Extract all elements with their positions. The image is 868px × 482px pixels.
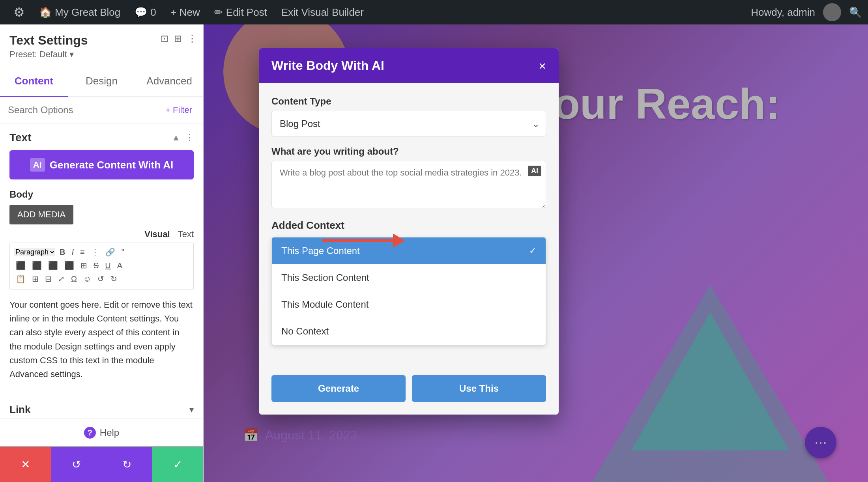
plus-icon: + [170, 6, 176, 19]
save-button[interactable]: ✓ [152, 447, 203, 482]
indent-button[interactable]: ⊞ [30, 273, 41, 285]
search-input[interactable] [8, 105, 158, 116]
help-label[interactable]: Help [100, 427, 119, 438]
comment-icon: 💬 [135, 6, 147, 19]
admin-bar: ⚙ 🏠 My Great Blog 💬 0 + New ✏ Edit Post … [0, 0, 868, 24]
tab-design[interactable]: Design [68, 66, 136, 97]
emoji-button[interactable]: ☺ [81, 273, 93, 285]
user-greeting: Howdy, admin [751, 6, 815, 19]
admin-bar-right: Howdy, admin 🔍 [751, 3, 862, 21]
search-bar: + Filter [0, 97, 203, 123]
align-left-button[interactable]: ⬛ [14, 260, 28, 271]
content-type-label: Content Type [271, 96, 546, 107]
site-name-item[interactable]: 🏠 My Great Blog [32, 0, 127, 24]
link-button[interactable]: 🔗 [103, 246, 117, 258]
align-right-button[interactable]: ⬛ [46, 260, 60, 271]
help-icon: ? [84, 427, 96, 439]
strikethrough-button[interactable]: S [92, 260, 101, 271]
modal-close-button[interactable]: × [539, 60, 546, 72]
tabs-bar: Content Design Advanced [0, 66, 203, 97]
added-context-group: Added Context This Page Content ✓ This S… [271, 219, 546, 345]
color-button[interactable]: A [115, 260, 124, 271]
edit-icon: ✏ [214, 6, 223, 19]
tab-content[interactable]: Content [0, 66, 68, 97]
blockquote-button[interactable]: " [120, 247, 126, 258]
generate-content-button[interactable]: AI Generate Content With AI [9, 150, 194, 179]
modal-title: Write Body With AI [271, 58, 384, 73]
comments-item[interactable]: 💬 0 [127, 0, 163, 24]
site-name-label: My Great Blog [55, 6, 120, 19]
modal-primary-button[interactable]: Generate [271, 375, 406, 402]
undo-editor-button[interactable]: ↺ [95, 273, 106, 285]
modal-secondary-button[interactable]: Use This [412, 375, 546, 402]
user-avatar[interactable] [823, 3, 841, 21]
editor-content[interactable]: Your content goes here. Edit or remove t… [9, 293, 194, 386]
undo-button[interactable]: ↺ [51, 447, 102, 482]
align-justify-button[interactable]: ⬛ [62, 260, 76, 271]
generate-label: Generate Content With AI [50, 159, 174, 171]
arrow-annotation [322, 234, 405, 248]
expand-button[interactable]: ⤢ [56, 273, 67, 285]
modal-header: Write Body With AI × [259, 48, 559, 83]
content-type-group: Content Type Blog Post [271, 96, 546, 136]
filter-button[interactable]: + Filter [162, 103, 195, 117]
table-button[interactable]: ⊞ [79, 260, 89, 271]
context-option-this-section-content[interactable]: This Section Content [272, 264, 546, 291]
columns-icon[interactable]: ⊞ [174, 33, 182, 44]
comments-count: 0 [150, 6, 156, 19]
redo-editor-button[interactable]: ↻ [108, 273, 119, 285]
body-section: Body ADD MEDIA Visual Text Paragraph B I [9, 189, 194, 386]
modal-footer: Generate Use This [259, 367, 559, 415]
omega-button[interactable]: Ω [69, 273, 79, 285]
check-icon: ✓ [529, 246, 536, 256]
cancel-button[interactable]: ✕ [0, 447, 51, 482]
context-option-this-module-content[interactable]: This Module Content [272, 291, 546, 318]
write-ai-modal: Write Body With AI × Content Type Blog P… [259, 48, 559, 415]
added-context-label: Added Context [271, 219, 546, 232]
wp-logo-icon: ⚙ [13, 5, 25, 20]
paste-button[interactable]: 📋 [14, 273, 28, 285]
writing-about-textarea[interactable] [271, 161, 546, 208]
paragraph-select[interactable]: Paragraph [14, 248, 55, 256]
writing-about-group: What are you writing about? AI [271, 146, 546, 210]
content-type-select-wrapper: Blog Post [271, 111, 546, 136]
link-section: Link ▾ [9, 394, 194, 418]
arrow-body [322, 239, 393, 242]
wp-logo-item[interactable]: ⚙ [6, 0, 32, 24]
italic-button[interactable]: I [69, 247, 76, 258]
chevron-up-icon[interactable]: ▲ [172, 133, 180, 143]
redo-button[interactable]: ↻ [102, 447, 153, 482]
content-type-select[interactable]: Blog Post [271, 111, 546, 136]
ul-button[interactable]: ≡ [78, 247, 87, 258]
edit-post-item[interactable]: ✏ Edit Post [207, 0, 274, 24]
context-option-no-context[interactable]: No Context [272, 318, 546, 345]
action-bar: ✕ ↺ ↻ ✓ [0, 447, 203, 482]
search-icon[interactable]: 🔍 [849, 6, 862, 19]
modal-overlay: Write Body With AI × Content Type Blog P… [204, 24, 868, 482]
exit-builder-item[interactable]: Exit Visual Builder [274, 0, 371, 24]
add-media-button[interactable]: ADD MEDIA [9, 205, 73, 224]
context-option-this-page-content[interactable]: This Page Content ✓ [272, 237, 546, 264]
tab-advanced[interactable]: Advanced [135, 66, 203, 97]
bold-button[interactable]: B [58, 247, 67, 258]
fullscreen-icon[interactable]: ⊡ [161, 33, 168, 44]
content-area: Maximizing Your Reach: al Media ies for … [204, 24, 868, 482]
exit-builder-label: Exit Visual Builder [281, 6, 364, 19]
link-chevron-icon: ▾ [189, 405, 194, 415]
ol-button[interactable]: ⋮ [89, 246, 101, 258]
toolbar-row-3: 📋 ⊞ ⊟ ⤢ Ω ☺ ↺ ↻ [14, 273, 189, 285]
body-label: Body [9, 189, 194, 200]
context-dropdown-list: This Page Content ✓ This Section Content… [271, 237, 546, 345]
dots-icon[interactable]: ⋮ [185, 133, 194, 143]
align-center-button[interactable]: ⬛ [30, 260, 44, 271]
ai-icon: AI [30, 158, 45, 172]
underline-button[interactable]: U [103, 260, 112, 271]
new-item[interactable]: + New [163, 0, 207, 24]
tab-text[interactable]: Text [178, 229, 194, 239]
text-section-icons: ▲ ⋮ [172, 133, 194, 143]
link-section-header[interactable]: Link ▾ [9, 404, 194, 416]
outdent-button[interactable]: ⊟ [43, 273, 54, 285]
tab-visual[interactable]: Visual [144, 229, 170, 239]
writing-about-label: What are you writing about? [271, 146, 546, 157]
more-icon[interactable]: ⋮ [187, 33, 197, 44]
